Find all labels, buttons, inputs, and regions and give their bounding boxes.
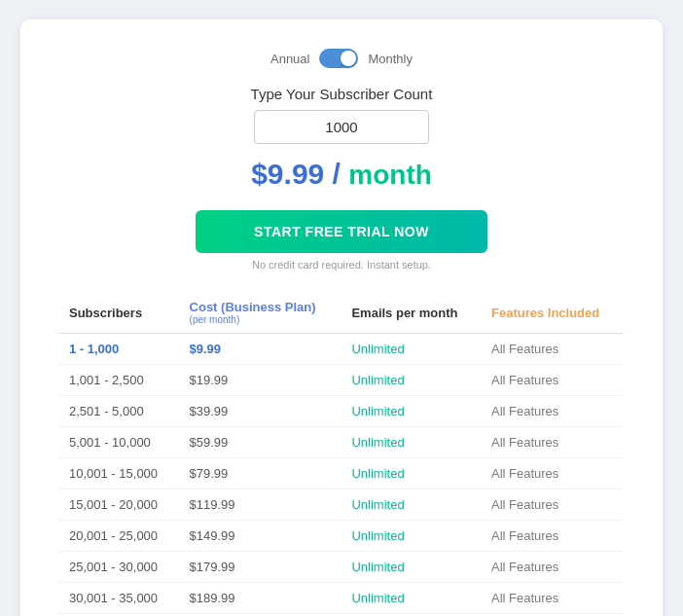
table-cell-features: All Features <box>482 521 624 552</box>
pricing-table: Subscribers Cost (Business Plan) (per mo… <box>59 292 624 614</box>
table-cell-cost: $189.99 <box>180 583 342 614</box>
col-header-features: Features Included <box>482 292 624 334</box>
col-header-subscribers: Subscribers <box>59 292 180 334</box>
table-row: 1 - 1,000$9.99UnlimitedAll Features <box>59 334 624 365</box>
subscriber-section: Type Your Subscriber Count <box>59 86 624 144</box>
price-period: month <box>348 160 432 190</box>
table-cell-subscribers: 5,001 - 10,000 <box>59 427 180 458</box>
table-cell-cost: $59.99 <box>180 427 342 458</box>
subscriber-count-input[interactable] <box>254 110 429 144</box>
table-cell-emails: Unlimited <box>342 458 482 489</box>
table-cell-emails: Unlimited <box>342 334 482 365</box>
table-cell-features: All Features <box>482 365 624 396</box>
table-row: 15,001 - 20,000$119.99UnlimitedAll Featu… <box>59 489 624 521</box>
table-cell-subscribers: 1,001 - 2,500 <box>59 365 180 396</box>
table-cell-subscribers: 1 - 1,000 <box>59 334 180 365</box>
table-row: 30,001 - 35,000$189.99UnlimitedAll Featu… <box>59 583 624 614</box>
table-cell-emails: Unlimited <box>342 521 482 552</box>
table-cell-subscribers: 20,001 - 25,000 <box>59 521 180 552</box>
start-trial-button[interactable]: START FREE TRIAL NOW <box>196 210 487 253</box>
table-cell-subscribers: 25,001 - 30,000 <box>59 552 180 583</box>
table-cell-features: All Features <box>482 458 624 489</box>
table-cell-features: All Features <box>482 552 624 583</box>
table-cell-cost: $149.99 <box>180 521 342 552</box>
table-cell-emails: Unlimited <box>342 365 482 396</box>
pricing-card: Annual Monthly Type Your Subscriber Coun… <box>20 19 663 616</box>
table-cell-cost: $79.99 <box>180 458 342 489</box>
table-cell-emails: Unlimited <box>342 583 482 614</box>
price-display: $9.99 / month <box>59 158 624 191</box>
cta-note: No credit card required. Instant setup. <box>59 259 624 271</box>
toggle-knob <box>341 51 356 66</box>
billing-toggle-section: Annual Monthly <box>59 49 624 68</box>
table-cell-cost: $19.99 <box>180 365 342 396</box>
table-cell-features: All Features <box>482 427 624 458</box>
table-cell-emails: Unlimited <box>342 427 482 458</box>
table-cell-subscribers: 15,001 - 20,000 <box>59 489 180 521</box>
table-cell-emails: Unlimited <box>342 552 482 583</box>
table-cell-subscribers: 10,001 - 15,000 <box>59 458 180 489</box>
table-cell-features: All Features <box>482 396 624 427</box>
monthly-label: Monthly <box>368 52 413 66</box>
table-cell-cost: $179.99 <box>180 552 342 583</box>
table-row: 2,501 - 5,000$39.99UnlimitedAll Features <box>59 396 624 427</box>
table-row: 25,001 - 30,000$179.99UnlimitedAll Featu… <box>59 552 624 583</box>
billing-toggle[interactable] <box>319 49 358 68</box>
table-cell-cost: $119.99 <box>180 489 342 521</box>
subscriber-count-label: Type Your Subscriber Count <box>59 86 624 102</box>
annual-label: Annual <box>270 52 309 66</box>
table-row: 1,001 - 2,500$19.99UnlimitedAll Features <box>59 365 624 396</box>
table-cell-emails: Unlimited <box>342 489 482 521</box>
table-row: 10,001 - 15,000$79.99UnlimitedAll Featur… <box>59 458 624 489</box>
table-row: 5,001 - 10,000$59.99UnlimitedAll Feature… <box>59 427 624 458</box>
col-header-cost-sub: (per month) <box>190 314 333 325</box>
table-row: 20,001 - 25,000$149.99UnlimitedAll Featu… <box>59 521 624 552</box>
price-amount: $9.99 <box>251 158 324 190</box>
table-cell-cost: $9.99 <box>180 334 342 365</box>
col-header-emails: Emails per month <box>342 292 482 334</box>
table-cell-features: All Features <box>482 489 624 521</box>
table-cell-subscribers: 30,001 - 35,000 <box>59 583 180 614</box>
table-cell-features: All Features <box>482 334 624 365</box>
table-cell-subscribers: 2,501 - 5,000 <box>59 396 180 427</box>
price-separator: / <box>333 158 349 190</box>
table-cell-emails: Unlimited <box>342 396 482 427</box>
table-cell-cost: $39.99 <box>180 396 342 427</box>
col-header-cost: Cost (Business Plan) (per month) <box>180 292 342 334</box>
table-header-row: Subscribers Cost (Business Plan) (per mo… <box>59 292 624 334</box>
table-cell-features: All Features <box>482 583 624 614</box>
